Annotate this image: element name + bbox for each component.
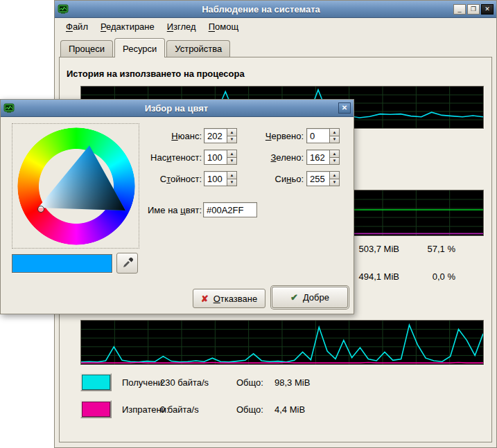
menu-edit[interactable]: Редактиране: [95, 19, 160, 34]
memory-amount: 503,7 MiB: [349, 244, 399, 254]
tab-devices[interactable]: Устройства: [166, 40, 230, 57]
color-name-label: Име на цвят:: [105, 205, 202, 215]
hsv-triangle[interactable]: [17, 127, 135, 245]
received-total-label: Общо:: [236, 377, 263, 388]
green-spinner: 162 ▲ ▼: [306, 150, 340, 165]
green-label: Зелено:: [228, 152, 304, 163]
maximize-icon[interactable]: ❐: [467, 4, 480, 15]
blue-label: Синьо:: [228, 174, 304, 184]
field-row-1: Нюанс: 202 ▲ ▼ Червено: 0 ▲ ▼: [1, 128, 354, 143]
ok-button[interactable]: ✔ Добре: [272, 287, 348, 308]
dialog-close-icon[interactable]: ✕: [338, 102, 351, 114]
color-name-row: Име на цвят: #00A2FF: [1, 202, 354, 217]
tab-bar: Процеси Ресурси Устройства: [59, 37, 492, 57]
ok-button-label: Добре: [303, 292, 329, 303]
green-input[interactable]: 162: [306, 150, 329, 165]
main-titlebar[interactable]: Наблюдение на системата _ ❐ ✕: [55, 1, 496, 18]
dialog-body: Нюанс: 202 ▲ ▼ Червено: 0 ▲ ▼ Наситеност…: [1, 117, 354, 315]
menu-view[interactable]: Изглед: [162, 19, 202, 34]
eyedropper-button[interactable]: [116, 253, 138, 274]
received-total: 98,3 MiB: [274, 377, 310, 388]
dialog-icon: [3, 102, 15, 114]
eyedropper-icon: [122, 258, 133, 269]
saturation-label: Наситеност:: [105, 152, 202, 163]
sent-color-swatch[interactable]: [80, 400, 112, 418]
tab-processes[interactable]: Процеси: [60, 40, 113, 57]
hue-label: Нюанс:: [105, 131, 202, 141]
main-window-title: Наблюдение на системата: [71, 4, 451, 15]
blue-spinner: 255 ▲ ▼: [306, 171, 340, 186]
saturation-input[interactable]: 100: [204, 150, 227, 165]
hue-input[interactable]: 202: [204, 128, 227, 143]
green-spin-down-icon[interactable]: ▼: [329, 157, 340, 165]
received-color-swatch[interactable]: [80, 373, 112, 391]
cancel-button-label: Отказване: [213, 294, 258, 304]
cancel-button[interactable]: ✘ Отказване: [193, 289, 265, 308]
menu-file[interactable]: Файл: [60, 19, 94, 34]
field-row-3: Стойност: 100 ▲ ▼ Синьо: 255 ▲ ▼: [1, 171, 354, 186]
close-icon[interactable]: ✕: [481, 4, 494, 15]
sent-legend-row: Изпратени: 0 байта/s Общо: 4,4 MiB: [60, 400, 491, 419]
red-spin-down-icon[interactable]: ▼: [329, 136, 340, 144]
minimize-icon[interactable]: _: [453, 4, 466, 15]
red-label: Червено:: [228, 131, 304, 141]
sent-total: 4,4 MiB: [274, 404, 305, 415]
red-input[interactable]: 0: [306, 128, 329, 143]
color-preview: [12, 254, 112, 273]
menubar: Файл Редактиране Изглед Помощ: [55, 18, 496, 35]
sent-total-label: Общо:: [236, 404, 263, 415]
window-controls: _ ❐ ✕: [453, 4, 494, 15]
value-label: Стойност:: [105, 174, 202, 184]
cancel-icon: ✘: [201, 294, 209, 303]
app-icon: [58, 3, 69, 15]
dialog-title: Избор на цвят: [17, 103, 335, 114]
received-rate: 230 байта/s: [160, 377, 209, 388]
blue-input[interactable]: 255: [306, 171, 329, 186]
swap-amount: 494,1 MiB: [349, 271, 399, 282]
received-label: Получени:: [122, 377, 165, 388]
red-spinner: 0 ▲ ▼: [306, 128, 340, 143]
ok-icon: ✔: [290, 293, 298, 302]
tab-resources[interactable]: Ресурси: [114, 38, 165, 57]
cpu-section-title: История на използването на процесора: [67, 69, 245, 79]
color-picker-dialog: Избор на цвят ✕: [0, 99, 354, 314]
value-input[interactable]: 100: [204, 171, 227, 186]
memory-percent: 57,1 %: [408, 244, 455, 254]
dialog-titlebar[interactable]: Избор на цвят ✕: [1, 100, 354, 117]
network-history-chart: [80, 320, 484, 365]
swap-percent: 0,0 %: [408, 271, 455, 282]
received-legend-row: Получени: 230 байта/s Общо: 98,3 MiB: [60, 373, 491, 392]
blue-spin-down-icon[interactable]: ▼: [329, 179, 340, 187]
sent-rate: 0 байта/s: [160, 404, 199, 415]
field-row-2: Наситеност: 100 ▲ ▼ Зелено: 162 ▲ ▼: [1, 150, 354, 165]
color-name-input[interactable]: #00A2FF: [203, 202, 257, 217]
menu-help[interactable]: Помощ: [203, 19, 244, 34]
